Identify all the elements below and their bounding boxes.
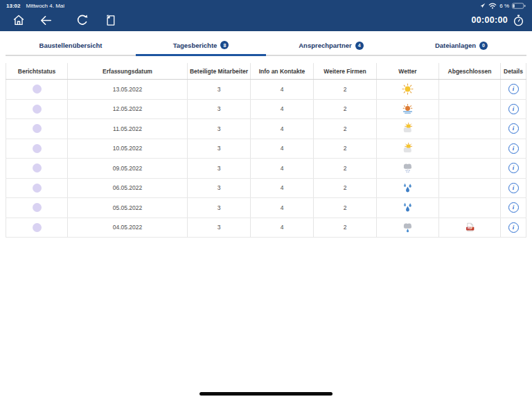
cell-beteiligte-mitarbeiter: 3: [187, 119, 250, 139]
status-date: Mittwoch 4. Mai: [26, 3, 64, 9]
column-header: Abgeschlossen: [438, 63, 500, 79]
cell-erfassungsdatum: 11.05.2022: [67, 119, 187, 139]
home-indicator[interactable]: [200, 392, 332, 396]
column-header: Erfassungsdatum: [67, 63, 187, 79]
weather-rain-drops-icon: [401, 181, 414, 195]
tab-label: Dateianlagen: [435, 42, 476, 49]
table-row[interactable]: 10.05.2022 3 4 2: [6, 139, 526, 159]
timer-display: 00:00:00: [472, 15, 508, 25]
cell-abgeschlossen: [438, 159, 500, 178]
cell-erfassungsdatum: 13.05.2022: [67, 80, 187, 99]
tab-badge: 8: [220, 41, 229, 49]
info-icon[interactable]: [508, 123, 519, 134]
cell-weitere-firmen: 2: [313, 179, 376, 198]
info-icon[interactable]: [508, 183, 519, 193]
reports-table: BerichtstatusErfassungsdatumBeteiligte M…: [6, 63, 526, 238]
column-header: Berichtstatus: [6, 63, 67, 79]
tab-label: Baustellenübersicht: [39, 42, 103, 49]
cell-abgeschlossen: [438, 139, 500, 159]
document-icon[interactable]: [103, 13, 118, 28]
cell-beteiligte-mitarbeiter: 3: [187, 80, 250, 99]
weather-sun-cloud-icon: [401, 122, 414, 135]
info-icon[interactable]: [508, 143, 519, 154]
info-icon[interactable]: [508, 104, 519, 114]
cell-erfassungsdatum: 12.05.2022: [67, 100, 187, 119]
cell-erfassungsdatum: 09.05.2022: [67, 159, 187, 178]
cell-weitere-firmen: 2: [313, 80, 376, 99]
cell-info-an-kontakte: 4: [250, 159, 313, 178]
table-row[interactable]: 09.05.2022 3 4 2: [6, 159, 526, 179]
refresh-icon[interactable]: [74, 12, 90, 28]
cell-details: [500, 179, 526, 198]
cell-wetter: [376, 179, 438, 198]
weather-rain-drops-icon: [401, 201, 414, 214]
cell-wetter: [376, 198, 438, 218]
status-dot-icon: [33, 85, 42, 94]
cell-erfassungsdatum: 04.05.2022: [67, 218, 187, 238]
cell-details: [500, 139, 526, 159]
clock: 13:02: [6, 3, 20, 9]
cell-wetter: [376, 159, 438, 178]
column-header: Wetter: [376, 63, 438, 79]
stopwatch-icon[interactable]: [512, 14, 525, 27]
table-row[interactable]: 04.05.2022 3 4 2 PDF: [6, 218, 526, 238]
info-icon[interactable]: [508, 163, 519, 173]
cell-wetter: [376, 80, 438, 99]
info-icon[interactable]: [508, 222, 519, 233]
cell-berichtstatus: [6, 139, 67, 159]
home-icon[interactable]: [11, 12, 26, 28]
cell-berichtstatus: [6, 179, 67, 198]
cell-beteiligte-mitarbeiter: 3: [187, 159, 250, 178]
table-row[interactable]: 11.05.2022 3 4 2: [6, 119, 526, 139]
tab-badge: 0: [479, 42, 488, 50]
table-row[interactable]: 13.05.2022 3 4 2: [6, 80, 526, 100]
cell-erfassungsdatum: 06.05.2022: [67, 179, 187, 198]
cell-weitere-firmen: 2: [313, 159, 376, 178]
location-icon: [480, 3, 486, 8]
column-header: Weitere Firmen: [313, 63, 376, 79]
cell-beteiligte-mitarbeiter: 3: [187, 198, 250, 218]
status-dot-icon: [33, 144, 42, 153]
cell-berichtstatus: [6, 119, 67, 139]
info-icon[interactable]: [508, 84, 519, 94]
cell-weitere-firmen: 2: [313, 198, 376, 218]
cell-weitere-firmen: 2: [313, 119, 376, 139]
tab-bar: Baustellenübersicht Tagesberichte 8 Ansp…: [6, 36, 526, 56]
cell-abgeschlossen: [438, 119, 500, 139]
table-header-row: BerichtstatusErfassungsdatumBeteiligte M…: [6, 63, 526, 80]
cell-details: [500, 119, 526, 139]
cell-wetter: [376, 218, 438, 238]
info-icon[interactable]: [508, 202, 519, 213]
table-row[interactable]: 06.05.2022 3 4 2: [6, 179, 526, 199]
tab-tagesberichte[interactable]: Tagesberichte 8: [136, 36, 266, 56]
weather-rain-cloud-icon: [401, 221, 414, 234]
cell-berichtstatus: [6, 218, 67, 238]
cell-weitere-firmen: 2: [313, 139, 376, 159]
table-row[interactable]: 12.05.2022 3 4 2: [6, 100, 526, 120]
cell-beteiligte-mitarbeiter: 3: [187, 218, 250, 238]
back-icon[interactable]: [38, 12, 54, 28]
cell-wetter: [376, 119, 438, 139]
tab-ansprechpartner[interactable]: Ansprechpartner 4: [266, 36, 396, 56]
cell-details: [500, 100, 526, 119]
tab-baustellenuebersicht[interactable]: Baustellenübersicht: [6, 36, 136, 56]
cell-abgeschlossen: PDF: [438, 218, 500, 238]
cell-beteiligte-mitarbeiter: 3: [187, 100, 250, 119]
status-dot-icon: [33, 124, 42, 133]
cell-berichtstatus: [6, 80, 67, 99]
status-dot-icon: [33, 163, 42, 172]
pdf-icon[interactable]: PDF: [464, 222, 476, 233]
cell-erfassungsdatum: 10.05.2022: [67, 139, 187, 159]
table-row[interactable]: 05.05.2022 3 4 2: [6, 198, 526, 218]
cell-info-an-kontakte: 4: [250, 100, 313, 119]
battery-percent: 6 %: [499, 3, 509, 9]
weather-sunrise-icon: [401, 103, 414, 116]
weather-sun-cloud-icon: [401, 142, 414, 155]
cell-info-an-kontakte: 4: [250, 179, 313, 198]
table-body: 13.05.2022 3 4 2 12.05.2022 3 4 2: [6, 80, 526, 238]
tab-dateianlagen[interactable]: Dateianlagen 0: [396, 36, 526, 56]
cell-abgeschlossen: [438, 80, 500, 99]
cell-details: [500, 159, 526, 178]
svg-text:PDF: PDF: [468, 227, 472, 230]
cell-abgeschlossen: [438, 100, 500, 119]
